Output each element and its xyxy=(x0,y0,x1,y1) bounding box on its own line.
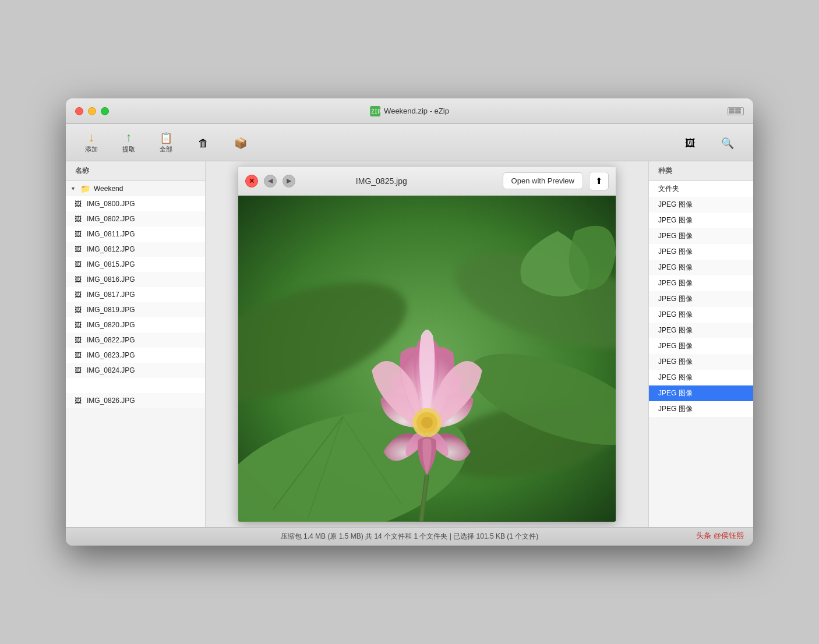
file-item[interactable]: 🖼 IMG_0824.JPG xyxy=(66,363,205,378)
file-name: IMG_0822.JPG xyxy=(87,336,200,344)
compress-button[interactable] xyxy=(224,133,257,153)
all-button[interactable]: 全部 xyxy=(150,128,182,157)
file-item[interactable]: 🖼 IMG_0811.JPG xyxy=(66,227,205,242)
traffic-lights xyxy=(75,107,109,115)
right-panel: 种类 文件夹JPEG 图像JPEG 图像JPEG 图像JPEG 图像JPEG 图… xyxy=(648,161,753,527)
file-name: IMG_0802.JPG xyxy=(87,215,200,223)
file-image-icon: 🖼 xyxy=(73,230,83,238)
sidebar-header: 名称 xyxy=(66,161,205,181)
svg-text:ZIP: ZIP xyxy=(371,109,380,115)
extract-icon xyxy=(126,131,132,144)
add-icon xyxy=(89,131,95,144)
delete-button[interactable] xyxy=(187,133,220,153)
titlebar: ZIP Weekend.zip - eZip xyxy=(66,98,753,124)
type-item[interactable]: JPEG 图像 xyxy=(649,275,753,291)
toolbar: 添加 提取 全部 xyxy=(66,124,753,161)
main-content: 名称 ▼ 📁 Weekend 🖼 IMG_0800.JPG 🖼 IMG_0802… xyxy=(66,161,753,527)
preview-pane: ✕ ◀ ▶ IMG_0825.jpg Open with Preview ⬆ xyxy=(206,161,648,527)
file-name: IMG_0816.JPG xyxy=(87,275,200,284)
file-name: IMG_0824.JPG xyxy=(87,366,200,374)
all-label: 全部 xyxy=(160,145,172,154)
type-item[interactable]: JPEG 图像 xyxy=(649,354,753,370)
all-icon xyxy=(160,131,172,144)
file-name: IMG_0817.JPG xyxy=(87,291,200,299)
file-item[interactable]: 🖼 IMG_0823.JPG xyxy=(66,348,205,363)
minimize-button[interactable] xyxy=(88,107,96,115)
file-name: IMG_0820.JPG xyxy=(87,321,200,329)
type-item[interactable]: 文件夹 xyxy=(649,181,753,197)
file-item[interactable]: 🖼 IMG_0812.JPG xyxy=(66,242,205,257)
type-item[interactable]: JPEG 图像 xyxy=(649,370,753,385)
extract-label: 提取 xyxy=(122,145,135,154)
file-name: IMG_0823.JPG xyxy=(87,351,200,359)
type-item[interactable]: JPEG 图像 xyxy=(649,291,753,307)
file-image-icon: 🖼 xyxy=(73,215,83,223)
share-button[interactable]: ⬆ xyxy=(589,172,609,190)
type-item[interactable]: JPEG 图像 xyxy=(649,307,753,323)
file-item[interactable]: 🖼 IMG_0817.JPG xyxy=(66,287,205,302)
file-item[interactable]: 🖼 IMG_0819.JPG xyxy=(66,302,205,317)
file-item[interactable]: 🖼 IMG_0826.JPG xyxy=(66,393,205,408)
file-name: IMG_0811.JPG xyxy=(87,230,200,238)
type-item[interactable]: JPEG 图像 xyxy=(649,323,753,338)
file-item[interactable]: 🖼 IMG_0825.JPG xyxy=(66,378,205,393)
image-icon xyxy=(685,136,696,149)
extract-button[interactable]: 提取 xyxy=(112,128,145,157)
preview-close-button[interactable]: ✕ xyxy=(245,175,258,187)
file-item[interactable]: 🖼 IMG_0815.JPG xyxy=(66,257,205,272)
add-button[interactable]: 添加 xyxy=(75,128,108,157)
close-button[interactable] xyxy=(75,107,83,115)
type-list: 文件夹JPEG 图像JPEG 图像JPEG 图像JPEG 图像JPEG 图像JP… xyxy=(649,181,753,417)
folder-icon: 📁 xyxy=(80,184,90,193)
expand-triangle: ▼ xyxy=(70,186,76,192)
type-item[interactable]: JPEG 图像 xyxy=(649,197,753,213)
file-image-icon: 🖼 xyxy=(73,306,83,314)
file-name: IMG_0800.JPG xyxy=(87,200,200,208)
open-with-preview-button[interactable]: Open with Preview xyxy=(503,172,583,189)
type-item[interactable]: JPEG 图像 xyxy=(649,260,753,275)
type-item[interactable]: JPEG 图像 xyxy=(649,338,753,354)
file-item[interactable]: 🖼 IMG_0820.JPG xyxy=(66,317,205,332)
file-sidebar: 名称 ▼ 📁 Weekend 🖼 IMG_0800.JPG 🖼 IMG_0802… xyxy=(66,161,206,527)
file-image-icon: 🖼 xyxy=(73,351,83,359)
watermark: 头条 @侯钰熙 xyxy=(696,530,744,541)
file-image-icon: 🖼 xyxy=(73,397,83,405)
window-title: ZIP Weekend.zip - eZip xyxy=(370,106,449,116)
type-item[interactable]: JPEG 图像 xyxy=(649,385,753,401)
status-text: 压缩包 1.4 MB (原 1.5 MB) 共 14 个文件和 1 个文件夹 |… xyxy=(281,532,539,542)
preview-icon-button[interactable] xyxy=(674,133,707,153)
svg-point-14 xyxy=(421,417,433,429)
file-name: IMG_0812.JPG xyxy=(87,245,200,253)
file-item[interactable]: 🖼 IMG_0816.JPG xyxy=(66,272,205,287)
type-item[interactable]: JPEG 图像 xyxy=(649,213,753,228)
right-panel-header: 种类 xyxy=(649,161,753,181)
add-label: 添加 xyxy=(85,145,98,154)
file-image-icon: 🖼 xyxy=(73,245,83,253)
file-item[interactable]: 🖼 IMG_0822.JPG xyxy=(66,332,205,348)
preview-toolbar: ✕ ◀ ▶ IMG_0825.jpg Open with Preview ⬆ xyxy=(238,167,616,196)
type-item[interactable]: JPEG 图像 xyxy=(649,401,753,417)
preview-container: ✕ ◀ ▶ IMG_0825.jpg Open with Preview ⬆ xyxy=(238,166,616,522)
grid-view-button[interactable] xyxy=(728,107,744,115)
folder-item[interactable]: ▼ 📁 Weekend xyxy=(66,181,205,196)
maximize-button[interactable] xyxy=(101,107,109,115)
search-icon xyxy=(721,136,734,149)
file-name: IMG_0815.JPG xyxy=(87,260,200,268)
type-item[interactable]: JPEG 图像 xyxy=(649,228,753,244)
file-item[interactable]: 🖼 IMG_0802.JPG xyxy=(66,211,205,227)
lotus-image xyxy=(238,196,616,522)
main-window: ZIP Weekend.zip - eZip 添加 提取 全部 xyxy=(66,98,753,546)
share-icon: ⬆ xyxy=(595,176,603,186)
search-button[interactable] xyxy=(711,133,744,153)
file-item[interactable]: 🖼 IMG_0800.JPG xyxy=(66,196,205,211)
file-image-icon: 🖼 xyxy=(73,336,83,344)
type-item[interactable]: JPEG 图像 xyxy=(649,244,753,260)
file-name: IMG_0825.JPG xyxy=(87,381,200,390)
compress-icon xyxy=(234,136,247,149)
file-image-icon: 🖼 xyxy=(73,200,83,208)
file-image-icon: 🖼 xyxy=(73,260,83,268)
file-list: 🖼 IMG_0800.JPG 🖼 IMG_0802.JPG 🖼 IMG_0811… xyxy=(66,196,205,408)
lotus-svg xyxy=(238,196,616,522)
delete-icon xyxy=(198,136,209,149)
file-image-icon: 🖼 xyxy=(73,321,83,329)
